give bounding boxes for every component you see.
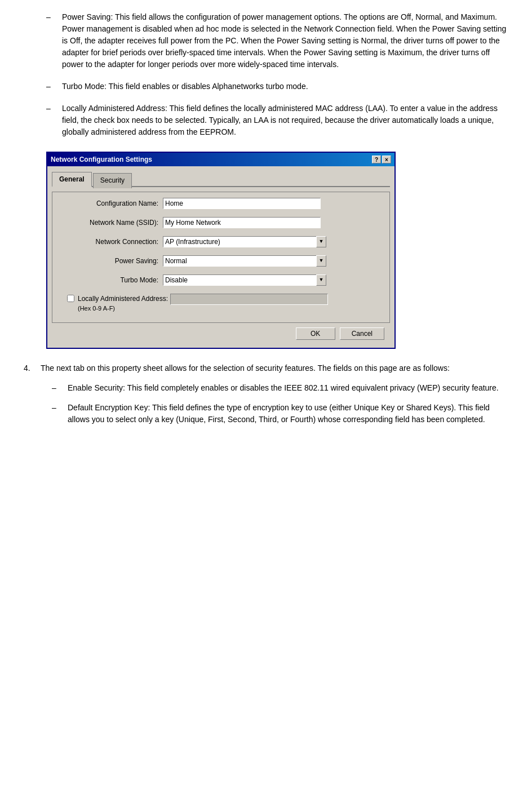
checkbox-label-laa: Locally Administered Address:: [78, 294, 168, 304]
dialog-window: Network Configuration Settings ? × Gener…: [46, 152, 396, 349]
titlebar-buttons: ? ×: [372, 156, 391, 163]
top-bullet-list: – Power Saving: This field allows the co…: [24, 11, 508, 138]
sub-bullet-default-encryption: – Default Encryption Key: This field def…: [41, 402, 508, 426]
checkbox-laa[interactable]: [67, 295, 74, 302]
select-network-connection[interactable]: AP (Infrastructure): [163, 236, 326, 247]
sub-dash-enable-security: –: [52, 382, 63, 394]
bullet-power-saving: – Power Saving: This field allows the co…: [24, 11, 508, 70]
input-network-name[interactable]: [163, 217, 321, 228]
page-content: – Power Saving: This field allows the co…: [24, 11, 508, 433]
select-wrapper-network-connection: AP (Infrastructure) ▼: [163, 236, 326, 247]
dialog-body: General Security Configuration Name: Net…: [47, 166, 394, 348]
sub-text-enable-security: Enable Security: This field completely e…: [68, 382, 499, 394]
dash-locally-administered: –: [46, 103, 57, 114]
help-button[interactable]: ?: [372, 156, 381, 163]
ok-button[interactable]: OK: [296, 327, 335, 340]
select-power-saving[interactable]: Normal: [163, 255, 326, 267]
text-locally-administered: Locally Administered Address: This field…: [62, 103, 508, 138]
label-network-name: Network Name (SSID):: [61, 218, 163, 228]
numbered-section-4: 4. The next tab on this property sheet a…: [24, 362, 508, 433]
dialog-buttons: OK Cancel: [52, 323, 390, 343]
tab-security[interactable]: Security: [93, 173, 132, 188]
form-row-network-name: Network Name (SSID):: [61, 217, 380, 228]
dialog-form: Configuration Name: Network Name (SSID):…: [52, 192, 390, 323]
cancel-button[interactable]: Cancel: [340, 327, 384, 340]
numbered-intro-text: The next tab on this property sheet allo…: [41, 364, 450, 373]
text-power-saving: Power Saving: This field allows the conf…: [62, 11, 508, 70]
form-row-power-saving: Power Saving: Normal ▼: [61, 255, 380, 267]
label-power-saving: Power Saving:: [61, 256, 163, 266]
close-button[interactable]: ×: [382, 156, 391, 163]
checkbox-label-block-laa: Locally Administered Address: (Hex 0-9 A…: [78, 294, 168, 313]
tab-general[interactable]: General: [52, 172, 92, 187]
dash-turbo-mode: –: [46, 81, 57, 92]
label-turbo-mode: Turbo Mode:: [61, 275, 163, 285]
dialog-tabs: General Security: [52, 171, 390, 187]
label-network-connection: Network Connection:: [61, 237, 163, 247]
numbered-num-4: 4.: [24, 362, 41, 374]
input-config-name[interactable]: [163, 198, 321, 209]
form-row-turbo-mode: Turbo Mode: Disable ▼: [61, 274, 380, 286]
bullet-locally-administered: – Locally Administered Address: This fie…: [24, 103, 508, 138]
dialog-titlebar: Network Configuration Settings ? ×: [47, 153, 394, 166]
sub-dash-default-encryption: –: [52, 402, 63, 414]
bullet-turbo-mode: – Turbo Mode: This field enables or disa…: [24, 81, 508, 92]
form-row-config-name: Configuration Name:: [61, 198, 380, 209]
sub-bullet-list: – Enable Security: This field completely…: [41, 382, 508, 426]
sub-text-default-encryption: Default Encryption Key: This field defin…: [68, 402, 508, 426]
form-row-network-connection: Network Connection: AP (Infrastructure) …: [61, 236, 380, 247]
dash-power-saving: –: [46, 11, 57, 23]
numbered-item-4: 4. The next tab on this property sheet a…: [24, 362, 508, 433]
numbered-text-4: The next tab on this property sheet allo…: [41, 362, 508, 433]
checkbox-row-laa: Locally Administered Address: (Hex 0-9 A…: [61, 294, 380, 313]
dialog-screenshot: Network Configuration Settings ? × Gener…: [46, 152, 396, 349]
dialog-title: Network Configuration Settings: [51, 154, 152, 165]
text-turbo-mode: Turbo Mode: This field enables or disabl…: [62, 81, 508, 92]
sub-bullet-enable-security: – Enable Security: This field completely…: [41, 382, 508, 394]
input-laa[interactable]: [170, 294, 328, 305]
select-wrapper-power-saving: Normal ▼: [163, 255, 326, 267]
checkbox-sublabel-laa: (Hex 0-9 A-F): [78, 304, 168, 313]
label-config-name: Configuration Name:: [61, 198, 163, 209]
select-turbo-mode[interactable]: Disable: [163, 274, 326, 286]
select-wrapper-turbo-mode: Disable ▼: [163, 274, 326, 286]
